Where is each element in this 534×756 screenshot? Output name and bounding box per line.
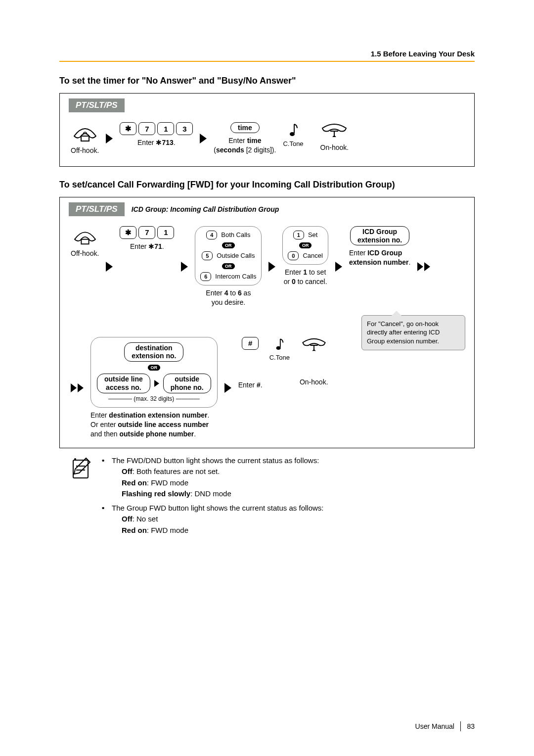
step-ctone: C.Tone — [269, 337, 290, 361]
outside-line-pill: outside lineaccess no. — [97, 374, 150, 393]
step-offhook: Off-hook. — [71, 122, 99, 155]
step-onhook: On-hook. — [300, 337, 328, 387]
key-7: 7 — [138, 122, 155, 135]
arrow-icon — [224, 383, 231, 393]
arrow-icon — [200, 134, 207, 143]
onhook-icon — [320, 122, 348, 140]
onhook-icon — [301, 337, 327, 354]
step-enter-713: ✱ 7 1 3 Enter ✱713. — [120, 122, 193, 147]
or-badge: OR — [299, 242, 312, 248]
or-badge: OR — [148, 365, 161, 371]
arrow-icon — [106, 134, 113, 143]
notepad-icon — [69, 455, 93, 481]
section-rule — [59, 61, 475, 62]
time-pill: time — [230, 122, 260, 133]
heading-fwd: To set/cancel Call Forwarding [FWD] for … — [59, 180, 475, 190]
key-1: 1 — [157, 226, 174, 239]
key-3: 3 — [176, 122, 193, 135]
step-offhook: Off-hook. — [71, 226, 99, 258]
offhook-icon — [72, 226, 98, 246]
notes-section: The FWD/DND button light shows the curre… — [59, 455, 475, 539]
panel-timer: PT/SLT/PS Off-hook. ✱ 7 1 3 Enter ✱713. … — [59, 93, 475, 167]
note-icon — [287, 122, 299, 139]
section-header: 1.5 Before Leaving Your Desk — [59, 49, 475, 58]
panel-fwd: PT/SLT/PS ICD Group: Incoming Call Distr… — [59, 197, 475, 448]
icd-note: ICD Group: Incoming Call Distribution Gr… — [132, 205, 279, 213]
step-set-cancel: 1Set OR 0Cancel Enter 1 to setor 0 to ca… — [282, 226, 328, 286]
device-tab: PT/SLT/PS — [69, 202, 125, 216]
arrow-icon — [268, 262, 275, 272]
note-icon — [274, 337, 285, 353]
footer-manual: User Manual — [415, 722, 454, 730]
step-enter-71: ✱ 7 1 Enter ✱71. — [120, 226, 174, 251]
star-key: ✱ — [120, 226, 136, 239]
note-item: The Group FWD button light shows the cur… — [102, 503, 324, 536]
hash-key: # — [242, 337, 259, 350]
star-key: ✱ — [120, 122, 136, 135]
step-destination: destinationextension no. OR outside line… — [90, 337, 218, 439]
step-hash: # Enter #. — [238, 337, 263, 390]
double-arrow-icon — [71, 383, 84, 392]
step-icd-ext: ICD Groupextension no. Enter ICD Groupex… — [349, 226, 410, 267]
step-onhook: On-hook. — [320, 122, 349, 152]
cancel-callout: For "Cancel", go on-hook directly after … — [361, 315, 465, 350]
heading-timer: To set the timer for "No Answer" and "Bu… — [59, 76, 475, 86]
outside-phone-pill: outsidephone no. — [163, 374, 211, 393]
footer-page: 83 — [467, 722, 475, 730]
step-call-type: 4Both Calls OR 5Outside Calls OR 6Interc… — [195, 226, 262, 307]
svg-rect-2 — [81, 239, 89, 244]
or-badge: OR — [222, 263, 235, 269]
key-7: 7 — [138, 226, 155, 239]
note-item: The FWD/DND button light shows the curre… — [102, 455, 324, 500]
step-time: time Enter time(seconds [2 digits]). — [214, 122, 276, 155]
key-1: 1 — [157, 122, 174, 135]
svg-point-7 — [74, 458, 76, 460]
dest-ext-pill: destinationextension no. — [124, 342, 183, 362]
arrow-icon — [181, 262, 188, 272]
arrow-icon — [106, 262, 113, 272]
or-badge: OR — [222, 242, 235, 248]
page-footer: User Manual 83 — [415, 721, 475, 731]
offhook-icon — [71, 122, 99, 143]
footer-divider — [460, 721, 461, 731]
double-arrow-icon — [417, 262, 430, 271]
svg-point-3 — [276, 346, 281, 349]
svg-point-1 — [290, 132, 295, 136]
svg-rect-0 — [81, 136, 89, 141]
arrow-icon — [154, 380, 159, 387]
icd-ext-pill: ICD Groupextension no. — [350, 226, 409, 246]
device-tab: PT/SLT/PS — [69, 98, 125, 112]
step-ctone: C.Tone — [283, 122, 303, 147]
arrow-icon — [335, 262, 342, 272]
